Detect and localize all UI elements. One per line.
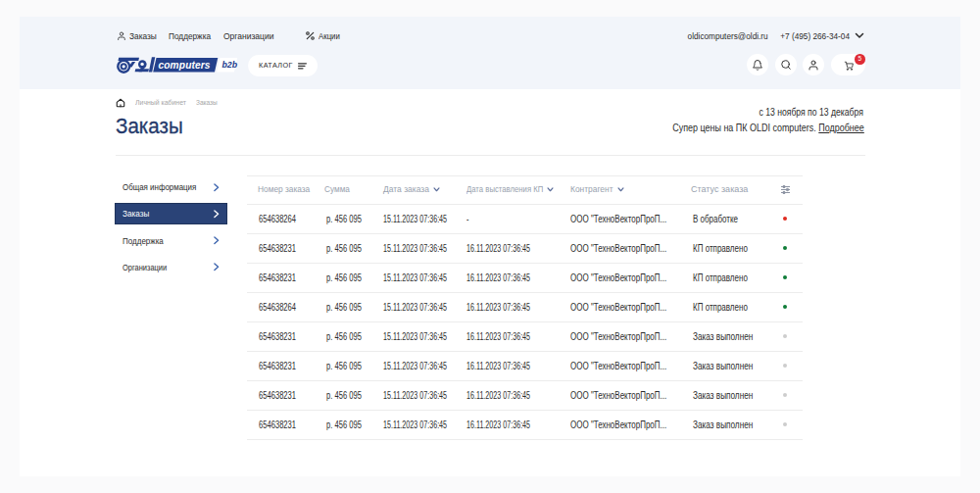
svg-text:b2b: b2b <box>222 60 238 70</box>
svg-text:computers: computers <box>159 60 211 71</box>
